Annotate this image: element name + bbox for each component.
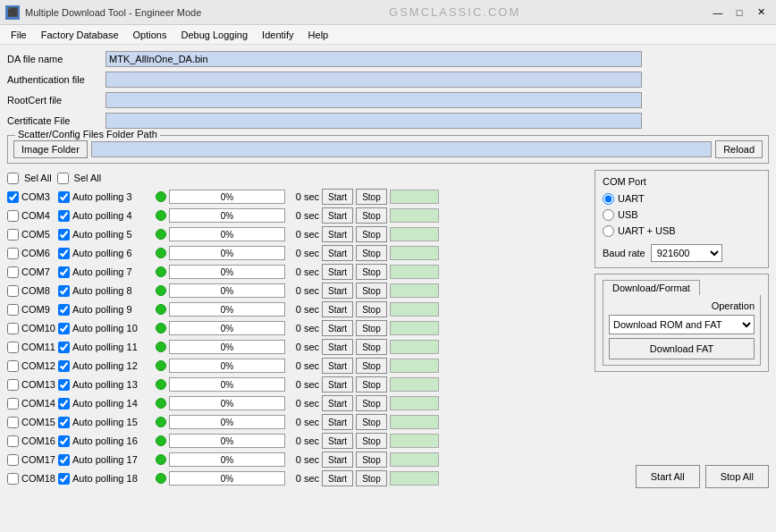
sec-label-COM11: 0 sec bbox=[288, 342, 319, 352]
com-checkbox-COM18[interactable] bbox=[7, 473, 19, 485]
sec-label-COM12: 0 sec bbox=[288, 360, 319, 371]
com-checkbox-COM10[interactable] bbox=[7, 323, 19, 334]
com-checkbox-COM9[interactable] bbox=[7, 304, 19, 316]
start-button-COM10[interactable]: Start bbox=[322, 320, 353, 336]
stop-button-COM13[interactable]: Stop bbox=[356, 376, 387, 393]
download-fat-button[interactable]: Download FAT bbox=[609, 338, 755, 359]
stop-all-button[interactable]: Stop All bbox=[705, 465, 769, 488]
reload-button[interactable]: Reload bbox=[715, 140, 763, 158]
auto-poll-check-COM3[interactable] bbox=[58, 191, 70, 203]
com-checkbox-COM17[interactable] bbox=[7, 454, 19, 466]
da-file-input[interactable] bbox=[105, 51, 642, 67]
stop-button-COM8[interactable]: Stop bbox=[356, 283, 387, 299]
start-button-COM5[interactable]: Start bbox=[322, 226, 353, 242]
start-button-COM13[interactable]: Start bbox=[322, 376, 353, 393]
auto-poll-check-COM15[interactable] bbox=[58, 417, 70, 428]
maximize-button[interactable]: □ bbox=[730, 4, 749, 21]
auto-poll-check-COM7[interactable] bbox=[58, 266, 70, 278]
scatter-path-input[interactable] bbox=[91, 141, 712, 157]
com-checkbox-COM16[interactable] bbox=[7, 435, 19, 447]
uart-usb-radio[interactable] bbox=[603, 225, 614, 237]
com-checkbox-COM4[interactable] bbox=[7, 210, 19, 222]
stop-button-COM15[interactable]: Stop bbox=[356, 414, 387, 430]
auto-poll-check-COM16[interactable] bbox=[58, 435, 70, 447]
com-port-group: COM Port UART USB UART + USB Baud rate bbox=[595, 170, 769, 268]
auto-poll-check-COM18[interactable] bbox=[58, 473, 70, 485]
status-bar-COM7 bbox=[390, 265, 439, 279]
auto-poll-check-COM9[interactable] bbox=[58, 304, 70, 316]
stop-button-COM7[interactable]: Stop bbox=[356, 264, 387, 280]
com-checkbox-COM14[interactable] bbox=[7, 398, 19, 410]
auto-poll-check-COM5[interactable] bbox=[58, 229, 70, 241]
start-all-button[interactable]: Start All bbox=[636, 465, 700, 488]
start-button-COM17[interactable]: Start bbox=[322, 452, 353, 468]
auto-poll-check-COM10[interactable] bbox=[58, 323, 70, 334]
com-checkbox-COM15[interactable] bbox=[7, 417, 19, 428]
image-folder-button[interactable]: Image Folder bbox=[13, 140, 88, 158]
start-button-COM16[interactable]: Start bbox=[322, 433, 353, 449]
auto-poll-check-COM12[interactable] bbox=[58, 360, 70, 372]
close-button[interactable]: ✕ bbox=[751, 4, 771, 21]
com-row: COM8 Auto polling 8 0% 0 sec Start Stop bbox=[7, 282, 589, 300]
stop-button-COM16[interactable]: Stop bbox=[356, 433, 387, 449]
com-checkbox-COM7[interactable] bbox=[7, 266, 19, 278]
start-button-COM15[interactable]: Start bbox=[322, 414, 353, 430]
stop-button-COM11[interactable]: Stop bbox=[356, 339, 387, 355]
menu-options[interactable]: Options bbox=[126, 28, 174, 42]
auto-poll-check-COM8[interactable] bbox=[58, 285, 70, 297]
auth-file-input[interactable] bbox=[105, 72, 642, 88]
start-button-COM7[interactable]: Start bbox=[322, 264, 353, 280]
start-button-COM18[interactable]: Start bbox=[322, 470, 353, 486]
status-dot-COM13 bbox=[156, 379, 166, 390]
select-all-checkbox-2[interactable] bbox=[57, 173, 69, 184]
com-checkbox-COM3[interactable] bbox=[7, 191, 19, 203]
baud-select[interactable]: 921600 460800 230400 115200 bbox=[651, 244, 722, 262]
com-checkbox-COM11[interactable] bbox=[7, 342, 19, 353]
stop-button-COM5[interactable]: Stop bbox=[356, 226, 387, 242]
auto-poll-check-COM17[interactable] bbox=[58, 454, 70, 466]
menu-debug-logging[interactable]: Debug Logging bbox=[173, 28, 255, 42]
com-checkbox-COM8[interactable] bbox=[7, 285, 19, 297]
menu-factory-database[interactable]: Factory Database bbox=[34, 28, 126, 42]
stop-button-COM17[interactable]: Stop bbox=[356, 452, 387, 468]
auto-poll-check-COM11[interactable] bbox=[58, 342, 70, 353]
com-checkbox-COM12[interactable] bbox=[7, 360, 19, 372]
auto-poll-check-COM6[interactable] bbox=[58, 248, 70, 259]
start-button-COM3[interactable]: Start bbox=[322, 189, 353, 205]
start-button-COM14[interactable]: Start bbox=[322, 395, 353, 411]
com-checkbox-COM6[interactable] bbox=[7, 248, 19, 259]
progress-text-COM17: 0% bbox=[221, 455, 233, 465]
menu-help[interactable]: Help bbox=[301, 28, 336, 42]
stop-button-COM12[interactable]: Stop bbox=[356, 358, 387, 374]
minimize-button[interactable]: — bbox=[708, 4, 728, 21]
usb-radio[interactable] bbox=[603, 209, 614, 221]
start-button-COM9[interactable]: Start bbox=[322, 301, 353, 317]
start-button-COM12[interactable]: Start bbox=[322, 358, 353, 374]
download-format-tab[interactable]: Download/Format bbox=[603, 280, 700, 295]
start-button-COM8[interactable]: Start bbox=[322, 283, 353, 299]
start-button-COM4[interactable]: Start bbox=[322, 207, 353, 224]
auto-poll-check-COM4[interactable] bbox=[58, 210, 70, 222]
menu-file[interactable]: File bbox=[4, 28, 34, 42]
start-button-COM6[interactable]: Start bbox=[322, 245, 353, 261]
stop-button-COM6[interactable]: Stop bbox=[356, 245, 387, 261]
operation-select[interactable]: Download ROM and FAT Download ROM Format… bbox=[609, 315, 755, 334]
stop-button-COM4[interactable]: Stop bbox=[356, 207, 387, 224]
com-checkbox-COM13[interactable] bbox=[7, 379, 19, 391]
rootcert-input[interactable] bbox=[105, 92, 642, 108]
uart-radio[interactable] bbox=[603, 193, 614, 205]
sec-label-COM10: 0 sec bbox=[288, 323, 319, 334]
stop-button-COM10[interactable]: Stop bbox=[356, 320, 387, 336]
select-all-checkbox-1[interactable] bbox=[7, 173, 19, 184]
auto-poll-label-COM12: Auto polling 12 bbox=[72, 360, 153, 371]
auto-poll-check-COM13[interactable] bbox=[58, 379, 70, 391]
start-button-COM11[interactable]: Start bbox=[322, 339, 353, 355]
cert-input[interactable] bbox=[105, 113, 642, 129]
stop-button-COM18[interactable]: Stop bbox=[356, 470, 387, 486]
menu-identify[interactable]: Identify bbox=[255, 28, 300, 42]
stop-button-COM14[interactable]: Stop bbox=[356, 395, 387, 411]
stop-button-COM9[interactable]: Stop bbox=[356, 301, 387, 317]
stop-button-COM3[interactable]: Stop bbox=[356, 189, 387, 205]
auto-poll-check-COM14[interactable] bbox=[58, 398, 70, 410]
com-checkbox-COM5[interactable] bbox=[7, 229, 19, 241]
